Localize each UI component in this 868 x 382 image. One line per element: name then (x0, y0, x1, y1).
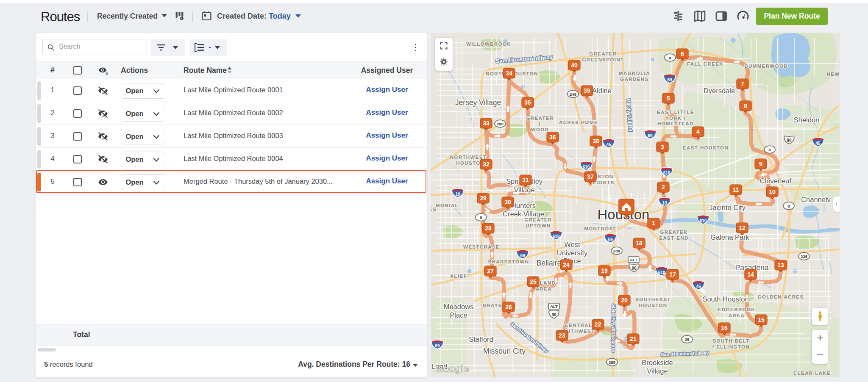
svg-text:EAST LITTLE: EAST LITTLE (657, 110, 694, 115)
svg-text:ALT: ALT (630, 257, 637, 262)
svg-text:GREATER: GREATER (589, 51, 617, 56)
svg-text:69: 69 (520, 253, 525, 258)
svg-text:15: 15 (758, 316, 765, 323)
svg-text:90: 90 (632, 266, 637, 271)
svg-text:610: 610 (658, 270, 665, 275)
svg-text:20: 20 (621, 297, 628, 304)
svg-text:14: 14 (747, 271, 754, 278)
svg-text:7: 7 (741, 80, 744, 87)
svg-text:MONTROSE: MONTROSE (584, 226, 617, 231)
svg-text:1: 1 (652, 220, 655, 227)
svg-text:25: 25 (530, 278, 537, 285)
svg-text:37: 37 (587, 173, 594, 180)
svg-text:Creek Village: Creek Village (503, 210, 544, 218)
svg-text:5: 5 (667, 95, 670, 102)
svg-text:39: 39 (584, 87, 590, 94)
svg-text:CENTRAL: CENTRAL (565, 323, 593, 328)
svg-text:13: 13 (777, 262, 784, 269)
svg-text:40: 40 (571, 62, 578, 69)
svg-text:MAGNOLIA: MAGNOLIA (619, 71, 650, 76)
svg-text:/ ELLINGTON: / ELLINGTON (712, 344, 750, 349)
svg-text:16: 16 (721, 324, 728, 331)
svg-text:69: 69 (648, 133, 653, 138)
svg-text:90: 90 (551, 313, 556, 317)
svg-text:45: 45 (696, 284, 701, 289)
svg-text:90: 90 (787, 138, 792, 143)
svg-text:YORK /: YORK / (665, 116, 686, 121)
svg-text:MORIAL: MORIAL (436, 203, 459, 208)
svg-text:SOUTH BELT: SOUTH BELT (713, 338, 750, 343)
svg-text:8: 8 (744, 102, 747, 109)
svg-text:CLEAR LAKE: CLEAR LAKE (793, 371, 831, 376)
svg-text:26: 26 (505, 304, 512, 310)
svg-text:17: 17 (669, 271, 676, 278)
svg-text:ACRES HOME: ACRES HOME (559, 120, 598, 125)
svg-text:ALT: ALT (550, 304, 558, 309)
svg-text:4: 4 (696, 128, 700, 135)
svg-text:249: 249 (570, 92, 576, 97)
svg-text:GREATER: GREATER (524, 217, 552, 222)
svg-text:Stafford: Stafford (469, 335, 493, 343)
svg-text:22: 22 (595, 321, 601, 328)
svg-text:Google: Google (436, 363, 469, 374)
svg-text:610: 610 (700, 219, 707, 223)
svg-text:WILLOWBROOK: WILLOWBROOK (466, 42, 511, 47)
svg-text:AREA: AREA (536, 286, 552, 291)
svg-text:Jersey Village: Jersey Village (455, 98, 501, 107)
svg-text:SOUTHEAST: SOUTHEAST (635, 297, 671, 302)
svg-text:SHARPSTOWN: SHARPSTOWN (488, 259, 529, 264)
svg-text:Village: Village (514, 186, 534, 194)
svg-text:AREA: AREA (729, 313, 745, 318)
svg-text:Brookside: Brookside (642, 359, 673, 366)
svg-text:32: 32 (483, 161, 490, 168)
svg-text:West: West (564, 241, 580, 248)
svg-text:ALIEF: ALIEF (450, 274, 467, 279)
svg-text:28: 28 (485, 225, 492, 232)
svg-text:31: 31 (522, 177, 529, 183)
svg-text:GREATER: GREATER (660, 230, 687, 235)
svg-text:11: 11 (733, 186, 739, 193)
svg-text:Hunters: Hunters (511, 202, 536, 209)
svg-text:I: I (539, 122, 541, 127)
svg-text:8: 8 (787, 204, 790, 208)
svg-text:Channelv: Channelv (801, 196, 831, 203)
svg-text:3: 3 (661, 144, 664, 150)
svg-text:GARDENS: GARDENS (620, 77, 648, 82)
svg-text:36: 36 (549, 134, 556, 141)
svg-text:29: 29 (480, 195, 487, 202)
svg-text:23: 23 (559, 332, 565, 339)
svg-text:HOUSTON: HOUSTON (639, 303, 667, 308)
svg-text:AKS: AKS (431, 207, 437, 212)
svg-text:WESTCHASE: WESTCHASE (463, 244, 500, 249)
svg-text:21: 21 (630, 335, 637, 342)
svg-text:NORTHWEST: NORTHWEST (450, 155, 487, 160)
svg-text:10: 10 (769, 188, 776, 195)
svg-text:45: 45 (815, 141, 821, 146)
svg-text:225: 225 (801, 254, 808, 259)
svg-text:24: 24 (563, 261, 570, 268)
svg-text:12: 12 (739, 224, 746, 231)
svg-text:EAST END: EAST END (659, 235, 688, 241)
svg-text:38: 38 (593, 138, 599, 144)
svg-text:FALL CREEK: FALL CREEK (687, 61, 723, 66)
svg-text:Cloverleaf: Cloverleaf (760, 177, 792, 185)
svg-text:Village: Village (647, 367, 668, 375)
svg-text:35: 35 (685, 337, 690, 342)
svg-text:WOOD: WOOD (531, 127, 549, 132)
svg-text:10: 10 (455, 192, 460, 197)
svg-text:27: 27 (487, 268, 494, 274)
svg-text:HOUSTO: HOUSTO (456, 161, 480, 166)
svg-text:45: 45 (606, 142, 611, 147)
svg-text:33: 33 (483, 120, 490, 127)
svg-text:HOMESTEAD: HOMESTEAD (657, 121, 694, 126)
svg-text:288: 288 (609, 360, 615, 365)
svg-text:69: 69 (608, 237, 613, 242)
svg-text:8: 8 (768, 147, 771, 152)
svg-text:10: 10 (662, 201, 667, 205)
svg-text:69: 69 (667, 78, 672, 82)
svg-text:34: 34 (506, 70, 512, 77)
svg-text:288: 288 (613, 249, 620, 253)
svg-text:Aldine: Aldine (592, 87, 612, 94)
svg-text:EAST HOUSTON: EAST HOUSTON (683, 145, 729, 150)
svg-text:610: 610 (583, 165, 590, 169)
